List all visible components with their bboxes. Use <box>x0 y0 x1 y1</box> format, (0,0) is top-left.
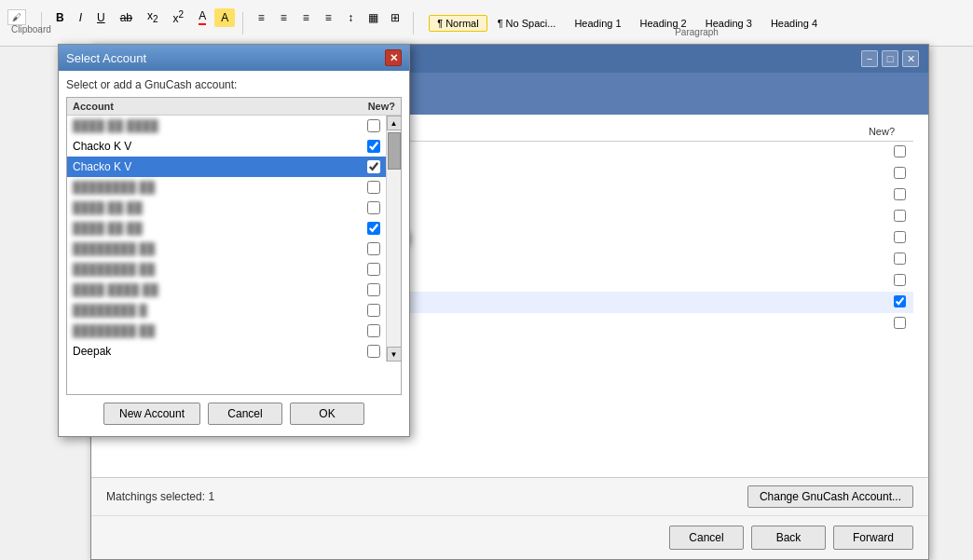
style-heading4-button[interactable]: Heading 4 <box>762 15 826 32</box>
list-item-checkbox[interactable] <box>367 201 380 214</box>
qif-minimize-button[interactable]: − <box>861 50 878 67</box>
new-checkbox-cell <box>861 142 913 164</box>
align-center-button[interactable]: ≡ <box>273 7 294 28</box>
align-right-button[interactable]: ≡ <box>295 7 316 28</box>
list-item-checkbox[interactable] <box>367 263 380 276</box>
scrollbar-thumb[interactable] <box>388 132 401 170</box>
superscript-button[interactable]: x2 <box>167 7 191 28</box>
new-col-header: New? <box>861 122 913 142</box>
dialog-body: Select or add a GnuCash account: Account… <box>59 71 409 436</box>
list-item[interactable]: ████ ██ ██ <box>67 218 386 239</box>
new-checkbox-cell <box>861 270 913 292</box>
list-item[interactable]: Chacko K V <box>67 157 386 177</box>
list-item[interactable]: ████████ ██ <box>67 177 386 198</box>
qif-forward-button[interactable]: Forward <box>833 526 913 550</box>
new-checkbox[interactable] <box>894 253 906 265</box>
list-item-checkbox[interactable] <box>367 283 380 296</box>
qif-close-button[interactable]: ✕ <box>902 50 919 67</box>
dialog-title: Select Account <box>66 51 146 65</box>
style-normal-button[interactable]: ¶ Normal <box>429 15 486 32</box>
qif-maximize-button[interactable]: □ <box>882 50 898 67</box>
new-checkbox[interactable] <box>894 167 906 179</box>
new-checkbox-cell <box>861 227 913 249</box>
clipboard-label: Clipboard <box>11 24 51 34</box>
dialog-ok-button[interactable]: OK <box>290 403 364 425</box>
font-color-button[interactable]: A <box>192 7 212 28</box>
toolbar: 🖌 Clipboard B I U ab x2 x2 A A ≡ ≡ ≡ ≡ ↕… <box>0 0 973 47</box>
format-group: B I U ab x2 x2 A A <box>49 7 235 39</box>
style-no-spacing-button[interactable]: ¶ No Spaci... <box>489 15 565 32</box>
list-item-label: ████████ ██ <box>73 263 155 276</box>
shading-button[interactable]: ▦ <box>363 7 383 28</box>
new-checkbox[interactable] <box>894 231 906 243</box>
list-item-label: ████████ ██ <box>73 242 155 255</box>
list-item[interactable]: ████████ █ <box>67 300 386 321</box>
qif-bottom-buttons: Cancel Back Forward <box>91 515 928 559</box>
new-checkbox[interactable] <box>894 145 906 157</box>
bold-button[interactable]: B <box>49 8 71 27</box>
qif-titlebar-buttons: − □ ✕ <box>861 50 919 67</box>
alignment-group: ≡ ≡ ≡ ≡ ↕ ▦ ⊞ Paragraph <box>251 7 405 39</box>
list-item-label: Deepak <box>73 345 111 358</box>
strikethrough-button[interactable]: ab <box>114 8 139 27</box>
list-item-checkbox[interactable] <box>367 242 380 255</box>
list-item-checkbox[interactable] <box>367 304 380 317</box>
dialog-cancel-button[interactable]: Cancel <box>208 403 282 425</box>
list-item[interactable]: ████ ████ ██ <box>67 280 386 300</box>
format-paintbrush[interactable]: 🖌 <box>7 9 26 25</box>
list-item-label: Chacko K V <box>73 140 131 153</box>
highlight-button[interactable]: A <box>214 8 235 27</box>
border-button[interactable]: ⊞ <box>385 7 405 28</box>
list-item-checkbox[interactable] <box>367 119 380 132</box>
select-account-dialog: Select Account ✕ Select or add a GnuCash… <box>58 44 410 437</box>
list-item-checkbox[interactable] <box>367 140 380 153</box>
list-item[interactable]: Deepak <box>67 341 386 362</box>
scrollbar-down-button[interactable]: ▼ <box>387 347 402 362</box>
list-scroll-container: ████ ██ ████Chacko K VChacko K V████████… <box>67 116 401 362</box>
paragraph-label: Paragraph <box>675 27 719 37</box>
new-account-button[interactable]: New Account <box>103 403 200 425</box>
new-checkbox[interactable] <box>894 210 906 222</box>
italic-button[interactable]: I <box>73 8 89 27</box>
list-item-label: ████ ██ ██ <box>73 201 143 214</box>
list-item[interactable]: ████████ ██ <box>67 239 386 259</box>
toolbar-separator-2 <box>242 12 243 34</box>
line-spacing-button[interactable]: ↕ <box>340 7 361 28</box>
list-item-checkbox[interactable] <box>367 160 380 173</box>
underline-button[interactable]: U <box>90 8 112 27</box>
list-item-checkbox[interactable] <box>367 181 380 194</box>
list-item-label: ████ ████ ██ <box>73 283 158 296</box>
list-item[interactable]: ████ ██ ██ <box>67 198 386 218</box>
list-item[interactable]: ████ ██ ████ <box>67 116 386 136</box>
new-checkbox-cell <box>861 184 913 206</box>
list-item-checkbox[interactable] <box>367 345 380 358</box>
new-checkbox[interactable] <box>894 188 906 200</box>
dialog-close-button[interactable]: ✕ <box>385 49 402 66</box>
dialog-list-container[interactable]: Account New? ████ ██ ████Chacko K VChack… <box>66 97 402 395</box>
dialog-scrollbar[interactable]: ▲ ▼ <box>386 116 401 362</box>
dialog-instruction: Select or add a GnuCash account: <box>66 78 402 91</box>
list-item[interactable]: Chacko K V <box>67 136 386 157</box>
list-item-label: Chacko K V <box>73 160 131 173</box>
list-item[interactable]: ████████ ██ <box>67 259 386 280</box>
qif-back-button[interactable]: Back <box>751 526 826 550</box>
new-checkbox[interactable] <box>894 274 906 286</box>
change-gnucash-button[interactable]: Change GnuCash Account... <box>747 485 913 508</box>
list-item-checkbox[interactable] <box>367 222 380 235</box>
style-heading1-button[interactable]: Heading 1 <box>566 15 629 32</box>
align-justify-button[interactable]: ≡ <box>318 7 338 28</box>
subscript-button[interactable]: x2 <box>141 7 165 27</box>
list-account-header: Account <box>73 101 114 112</box>
new-checkbox-cell <box>861 206 913 227</box>
list-item[interactable]: ████████ ██ <box>67 321 386 341</box>
new-checkbox[interactable] <box>894 295 906 307</box>
list-item-checkbox[interactable] <box>367 324 380 337</box>
new-checkbox-cell <box>861 292 913 313</box>
dialog-list-header: Account New? <box>67 98 401 116</box>
new-checkbox-cell <box>861 249 913 270</box>
dialog-titlebar: Select Account ✕ <box>59 45 409 71</box>
scrollbar-up-button[interactable]: ▲ <box>387 116 402 130</box>
new-checkbox[interactable] <box>894 317 906 329</box>
qif-cancel-button[interactable]: Cancel <box>669 526 744 550</box>
align-left-button[interactable]: ≡ <box>251 7 271 28</box>
